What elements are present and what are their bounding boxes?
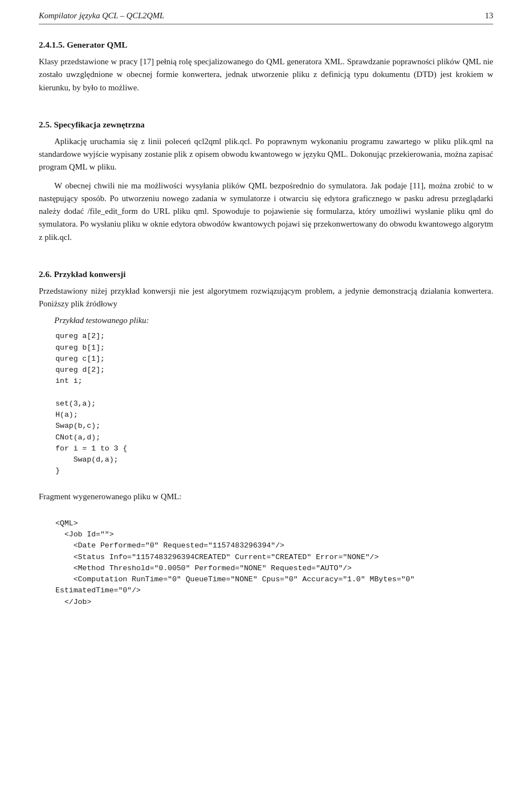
spacer-4	[39, 509, 493, 513]
page: Kompilator języka QCL – QCL2QML 13 2.4.1…	[0, 0, 532, 809]
header-page-number: 13	[485, 11, 493, 21]
example-label-source: Przykład testowanego pliku:	[39, 316, 493, 325]
header-title: Kompilator języka QCL – QCL2QML	[39, 11, 164, 21]
spacer-2	[39, 249, 493, 257]
generated-label: Fragment wygenerowanego pliku w QML:	[39, 490, 493, 503]
spacer-3	[39, 483, 493, 490]
section-2-5: 2.5. Specyfikacja zewnętrzna Aplikację u…	[39, 120, 493, 244]
section-2-4-1-5-para-1: Klasy przedstawione w pracy [17] pełnią …	[39, 55, 493, 94]
section-heading-2-6: 2.6. Przykład konwersji	[39, 269, 493, 279]
source-code-block: qureg a[2]; qureg b[1]; qureg c[1]; qure…	[55, 331, 493, 477]
spacer-1	[39, 100, 493, 107]
page-header: Kompilator języka QCL – QCL2QML 13	[39, 11, 493, 24]
section-heading-2-5: 2.5. Specyfikacja zewnętrzna	[39, 120, 493, 130]
section-2-4-1-5: 2.4.1.5. Generator QML Klasy przedstawio…	[39, 40, 493, 94]
section-heading-2-4-1-5: 2.4.1.5. Generator QML	[39, 40, 493, 50]
section-2-6-para-1: Przedstawiony niżej przykład konwersji n…	[39, 285, 493, 311]
output-code-block: <QML> <Job Id=""> <Date Performed="0" Re…	[55, 518, 493, 608]
section-2-6: 2.6. Przykład konwersji Przedstawiony ni…	[39, 269, 493, 608]
section-2-5-para-2: W obecnej chwili nie ma możliwości wysył…	[39, 180, 493, 244]
section-2-5-para-1: Aplikację uruchamia się z linii poleceń …	[39, 135, 493, 174]
